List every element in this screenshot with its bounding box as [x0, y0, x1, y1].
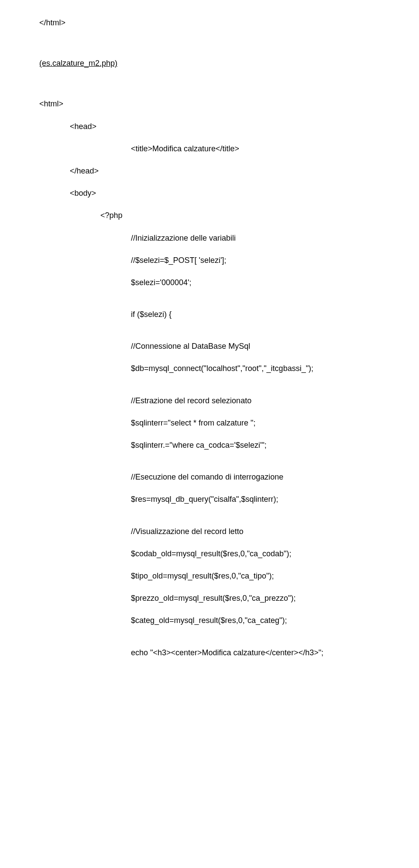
code-line: </html>: [39, 17, 380, 28]
code-text: echo "<h3><center>Modifica calzature</ce…: [131, 648, 323, 657]
code-text: <body>: [70, 189, 96, 197]
code-text: <?php: [100, 211, 123, 220]
code-text: </head>: [70, 167, 99, 175]
spacing: [39, 585, 380, 593]
spacing: [39, 630, 380, 647]
code-text: //Connessione al DataBase MySql: [131, 342, 250, 351]
code-text: $prezzo_old=mysql_result($res,0,"ca_prez…: [131, 594, 295, 602]
spacing: [39, 292, 380, 309]
spacing: [39, 158, 380, 166]
spacing: [39, 509, 380, 526]
code-text: $selezi='000004';: [131, 278, 191, 287]
code-line: <title>Modifica calzature</title>: [39, 143, 380, 154]
code-text: $db=mysql_connect("localhost","root","_i…: [131, 364, 313, 373]
code-text: //Esecuzione del comando di interrogazio…: [131, 473, 283, 481]
code-line: //Visualizzazione del record letto: [39, 526, 380, 537]
code-line: </head>: [39, 166, 380, 177]
code-line: $selezi='000004';: [39, 277, 380, 288]
code-line: (es.calzature_m2.php): [39, 58, 380, 69]
code-line: $res=mysql_db_query("cisalfa",$sqlinterr…: [39, 494, 380, 505]
spacing: [39, 432, 380, 440]
spacing: [39, 136, 380, 143]
code-line: <body>: [39, 188, 380, 199]
spacing: [39, 541, 380, 548]
code-line: <?php: [39, 210, 380, 221]
code-line: //Inizializzazione delle variabili: [39, 233, 380, 244]
code-line: <html>: [39, 99, 380, 109]
spacing: [39, 247, 380, 255]
code-text: </html>: [39, 18, 65, 27]
spacing: [39, 72, 380, 99]
code-text: $categ_old=mysql_result($res,0,"ca_categ…: [131, 616, 287, 625]
code-line: $codab_old=mysql_result($res,0,"ca_codab…: [39, 548, 380, 559]
code-text: <head>: [70, 122, 96, 131]
code-line: echo "<h3><center>Modifica calzature</ce…: [39, 647, 380, 658]
code-line: //Estrazione del record selezionato: [39, 395, 380, 406]
spacing: [39, 355, 380, 363]
code-text: $tipo_old=mysql_result($res,0,"ca_tipo")…: [131, 572, 274, 580]
spacing: [39, 607, 380, 615]
code-line: $sqlinterr="select * from calzature ";: [39, 418, 380, 429]
document-content: </html>(es.calzature_m2.php)<html><head>…: [39, 17, 380, 658]
spacing: [39, 410, 380, 418]
spacing: [39, 202, 380, 210]
spacing: [39, 486, 380, 494]
code-text: <html>: [39, 99, 63, 108]
spacing: [39, 454, 380, 472]
spacing: [39, 378, 380, 395]
code-line: //$selezi=$_POST[ 'selezi'];: [39, 255, 380, 266]
code-text: //$selezi=$_POST[ 'selezi'];: [131, 256, 226, 265]
code-line: $tipo_old=mysql_result($res,0,"ca_tipo")…: [39, 571, 380, 582]
code-text: $codab_old=mysql_result($res,0,"ca_codab…: [131, 549, 292, 558]
spacing: [39, 563, 380, 571]
code-line: if ($selezi) {: [39, 309, 380, 320]
code-line: $categ_old=mysql_result($res,0,"ca_categ…: [39, 615, 380, 626]
code-text: $res=mysql_db_query("cisalfa",$sqlinterr…: [131, 495, 278, 504]
spacing: [39, 269, 380, 277]
code-line: $db=mysql_connect("localhost","root","_i…: [39, 363, 380, 374]
code-text: $sqlinterr="select * from calzature ";: [131, 419, 255, 427]
code-line: //Esecuzione del comando di interrogazio…: [39, 472, 380, 483]
code-line: <head>: [39, 121, 380, 132]
code-text: <title>Modifica calzature</title>: [131, 144, 239, 153]
code-text: //Inizializzazione delle variabili: [131, 234, 236, 242]
code-line: //Connessione al DataBase MySql: [39, 341, 380, 352]
code-text: //Estrazione del record selezionato: [131, 396, 251, 405]
code-line: $prezzo_old=mysql_result($res,0,"ca_prez…: [39, 593, 380, 604]
spacing: [39, 225, 380, 233]
spacing: [39, 32, 380, 58]
spacing: [39, 180, 380, 188]
code-text: (es.calzature_m2.php): [39, 59, 117, 68]
code-text: if ($selezi) {: [131, 310, 172, 319]
code-line: $sqlinterr.="where ca_codca='$selezi'";: [39, 440, 380, 451]
spacing: [39, 323, 380, 341]
code-text: //Visualizzazione del record letto: [131, 527, 244, 536]
spacing: [39, 113, 380, 121]
code-text: $sqlinterr.="where ca_codca='$selezi'";: [131, 441, 267, 449]
